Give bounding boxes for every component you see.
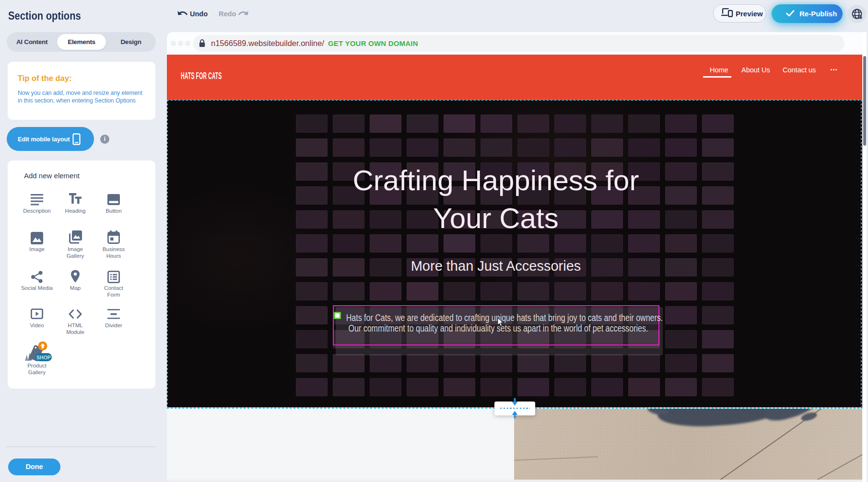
svg-text:SHOP: SHOP <box>36 355 51 360</box>
